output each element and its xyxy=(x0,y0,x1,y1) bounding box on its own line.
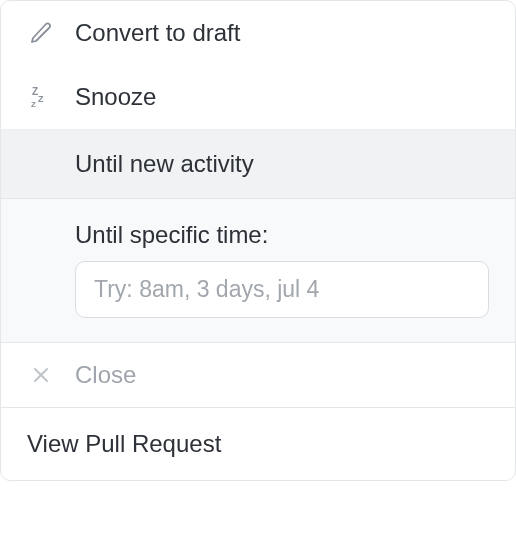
snooze-icon: Z Z Z xyxy=(27,83,55,111)
svg-text:Z: Z xyxy=(31,100,36,109)
until-new-activity-item[interactable]: Until new activity xyxy=(1,130,515,198)
x-icon xyxy=(27,361,55,389)
view-pull-request-item[interactable]: View Pull Request xyxy=(1,408,515,480)
snooze-time-input[interactable] xyxy=(75,261,489,318)
close-item[interactable]: Close xyxy=(1,343,515,407)
until-specific-time-label: Until specific time: xyxy=(1,199,515,261)
until-new-activity-label: Until new activity xyxy=(75,150,254,177)
convert-to-draft-label: Convert to draft xyxy=(75,19,240,47)
context-menu: Convert to draft Z Z Z Snooze Until new … xyxy=(0,0,516,481)
snooze-submenu: Until new activity Until specific time: xyxy=(1,129,515,343)
time-input-wrapper xyxy=(1,261,515,342)
pencil-icon xyxy=(27,19,55,47)
convert-to-draft-item[interactable]: Convert to draft xyxy=(1,1,515,65)
svg-text:Z: Z xyxy=(38,94,44,104)
snooze-item[interactable]: Z Z Z Snooze xyxy=(1,65,515,129)
snooze-label: Snooze xyxy=(75,83,156,111)
close-label: Close xyxy=(75,361,136,389)
view-pull-request-label: View Pull Request xyxy=(27,430,221,457)
